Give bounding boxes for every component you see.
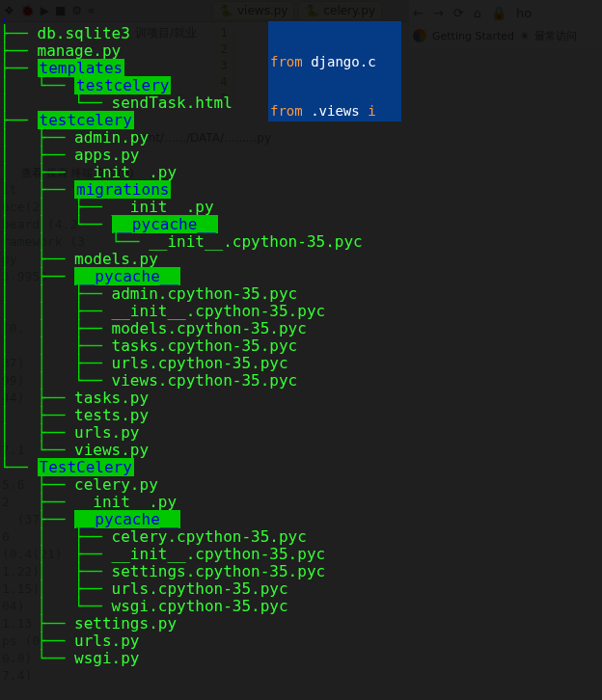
tree-dir: __pycache__: [74, 510, 180, 528]
tree-file: tasks.py: [74, 389, 149, 407]
tree-branch: │ │ └──: [0, 215, 112, 233]
tree-branch: │ ├──: [0, 128, 74, 147]
tree-branch: │ │ ├──: [0, 337, 112, 355]
tree-branch: │ ├──: [0, 267, 74, 285]
tree-branch: ├──: [0, 41, 38, 60]
tree-file: admin.py: [74, 128, 149, 147]
tree-file: sendTask.html: [112, 94, 233, 112]
tree-branch: │ ├──: [0, 389, 74, 407]
tree-file: manage.py: [38, 41, 122, 60]
tree-file: tasks.cpython-35.pyc: [112, 337, 298, 355]
tree-dir: TestCelery: [38, 458, 134, 476]
tree-branch: ├──: [0, 614, 74, 633]
tree-dir: __pycache__: [112, 215, 218, 233]
tree-branch: │ ├──: [0, 163, 74, 181]
tree-branch: ├──: [0, 632, 74, 650]
tree-file: urls.cpython-35.pyc: [112, 354, 288, 372]
tree-file: db.sqlite3: [38, 24, 130, 42]
tree-file: celery.cpython-35.pyc: [112, 527, 307, 546]
tree-file: urls.cpython-35.pyc: [112, 579, 288, 598]
tree-branch: │ └──: [0, 597, 112, 615]
tree-file: tests.py: [74, 406, 149, 424]
tree-branch: │ ├──: [0, 146, 74, 164]
code-keyword: from: [270, 103, 303, 119]
tree-branch: └──: [0, 649, 74, 667]
tree-dir: migrations: [74, 180, 171, 199]
tree-dir: testcelery: [74, 76, 171, 94]
tree-dir: templates: [38, 59, 125, 77]
tree-branch: │ ├──: [0, 180, 74, 199]
tree-file: __init__.py: [74, 493, 177, 511]
tree-file: views.cpython-35.pyc: [112, 371, 298, 390]
tree-branch: ├──: [0, 59, 38, 77]
tree-branch: │ │ ├──: [0, 302, 112, 320]
tree-file: __init__.cpython-35.pyc: [112, 545, 326, 563]
tree-branch: │ │ ├──: [0, 354, 112, 372]
tree-dir: __pycache__: [74, 267, 180, 285]
tree-file: __init__.cpython-35.pyc: [149, 232, 363, 251]
tree-file: apps.py: [74, 146, 139, 164]
tree-branch: │ ├──: [0, 562, 112, 580]
tree-file: __init__.py: [74, 163, 177, 181]
editor-highlight-block: from django.c from .views i urlpatterns …: [268, 21, 401, 121]
tree-file: wsgi.cpython-35.pyc: [112, 597, 288, 615]
tree-branch: ├──: [0, 493, 74, 511]
tree-file: __init__.cpython-35.pyc: [112, 302, 326, 320]
tree-branch: ├──: [0, 24, 38, 42]
tree-dir: testcelery: [38, 111, 134, 129]
tree-branch: │ │ └──: [0, 371, 112, 390]
tree-file: settings.cpython-35.pyc: [112, 562, 326, 580]
tree-file: celery.py: [74, 475, 158, 494]
tree-file: urls.py: [74, 632, 139, 650]
tree-branch: └──: [0, 458, 38, 476]
tree-branch: │ └──: [0, 76, 74, 94]
tree-file: models.py: [74, 250, 158, 268]
tree-branch: │ └──: [0, 441, 74, 459]
tree-branch: │ │ ├──: [0, 198, 112, 216]
tree-branch: │ └──: [0, 94, 112, 112]
tree-branch: ├──: [0, 510, 74, 528]
tree-branch: │ ├──: [0, 250, 74, 268]
tree-file: __init__.py: [112, 198, 214, 216]
tree-branch: │ │ └──: [0, 232, 149, 251]
tree-branch: │ │ ├──: [0, 284, 112, 303]
tree-file: models.cpython-35.pyc: [112, 319, 307, 337]
tree-file: admin.cpython-35.pyc: [112, 284, 298, 303]
tree-branch: ├──: [0, 475, 74, 494]
tree-branch: │ ├──: [0, 527, 112, 546]
tree-file: views.py: [74, 441, 149, 459]
tree-file: urls.py: [74, 423, 139, 442]
tree-branch: │ │ ├──: [0, 319, 112, 337]
code-keyword: from: [270, 54, 303, 69]
tree-file: settings.py: [74, 614, 177, 633]
tree-file: wsgi.py: [74, 649, 139, 667]
tree-branch: ├──: [0, 111, 38, 129]
tree-branch: │ ├──: [0, 406, 74, 424]
tree-branch: │ ├──: [0, 579, 112, 598]
tree-branch: │ ├──: [0, 423, 74, 442]
tree-branch: │ ├──: [0, 545, 112, 563]
